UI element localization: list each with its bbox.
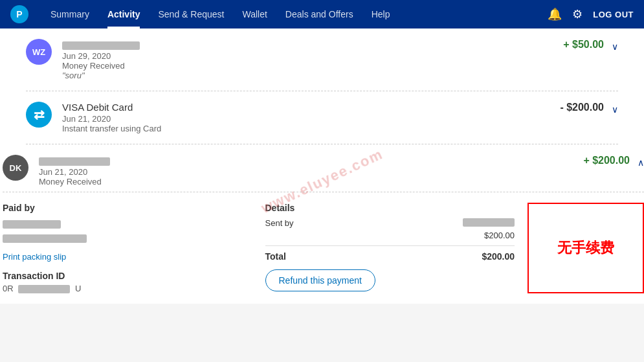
transaction-id-label: Transaction ID bbox=[3, 271, 252, 281]
fee-box: 无手续费 bbox=[527, 203, 644, 293]
transaction-item: WZ Jun 29, 2020 Money Received "soru" + … bbox=[26, 28, 618, 91]
name-blurred bbox=[62, 41, 140, 50]
nav-help[interactable]: Help bbox=[362, 0, 399, 28]
chevron-down-icon-wz[interactable]: ∨ bbox=[612, 41, 618, 52]
nav-send-request[interactable]: Send & Request bbox=[149, 0, 233, 28]
paid-by-name-row bbox=[3, 218, 252, 230]
avatar-visa: ⇄ bbox=[26, 102, 52, 128]
nav-right: 🔔 ⚙ LOG OUT bbox=[548, 7, 634, 21]
expanded-section: DK Jun 21, 2020 Money Received + $200.00… bbox=[0, 144, 644, 304]
print-packing-slip-link[interactable]: Print packing slip bbox=[3, 252, 252, 262]
transaction-id-blurred bbox=[18, 285, 70, 293]
detail-amount: $200.00 bbox=[484, 231, 515, 240]
tx-date-visa: Jun 21, 2020 bbox=[62, 114, 560, 124]
nav-links: Summary Activity Send & Request Wallet D… bbox=[41, 0, 548, 28]
tx-name-wz bbox=[62, 39, 563, 50]
expanded-right: Details Sent by $200.00 Total $200.00 Re… bbox=[265, 203, 515, 293]
main-content: WZ Jun 29, 2020 Money Received "soru" + … bbox=[0, 28, 644, 144]
bell-icon[interactable]: 🔔 bbox=[548, 7, 562, 21]
chevron-down-icon-visa[interactable]: ∨ bbox=[612, 104, 618, 115]
tx-amount-wz: + $50.00 bbox=[563, 39, 604, 51]
total-row: Total $200.00 bbox=[265, 251, 515, 262]
nav-activity[interactable]: Activity bbox=[98, 0, 150, 28]
transaction-id-value: 0R U bbox=[3, 284, 252, 293]
divider bbox=[265, 245, 515, 246]
gear-icon[interactable]: ⚙ bbox=[572, 7, 583, 21]
nav-deals-offers[interactable]: Deals and Offers bbox=[276, 0, 362, 28]
expanded-tx-amount: + $200.00 bbox=[583, 155, 630, 166]
logout-button[interactable]: LOG OUT bbox=[593, 10, 634, 19]
tx-info-wz: Jun 29, 2020 Money Received "soru" bbox=[62, 39, 563, 80]
tx-desc-visa: Instant transfer using Card bbox=[62, 124, 560, 133]
avatar-dk: DK bbox=[3, 155, 28, 181]
nav-summary[interactable]: Summary bbox=[41, 0, 98, 28]
expanded-tx-desc: Money Received bbox=[39, 177, 583, 187]
tx-amount-visa: - $200.00 bbox=[560, 102, 604, 113]
transaction-item-visa: ⇄ VISA Debit Card Jun 21, 2020 Instant t… bbox=[26, 91, 618, 144]
avatar-wz: WZ bbox=[26, 39, 52, 65]
paypal-logo: P bbox=[10, 5, 28, 23]
paid-by-label: Paid by bbox=[3, 203, 252, 213]
expanded-body: Paid by Print packing slip Transaction I… bbox=[3, 192, 644, 304]
sent-by-row: Sent by bbox=[265, 218, 515, 228]
expanded-tx-date: Jun 21, 2020 bbox=[39, 167, 583, 177]
chevron-up-icon[interactable]: ∧ bbox=[638, 157, 644, 168]
sent-by-label: Sent by bbox=[265, 218, 294, 228]
total-label: Total bbox=[265, 251, 286, 262]
total-amount: $200.00 bbox=[482, 251, 515, 262]
expanded-left: Paid by Print packing slip Transaction I… bbox=[3, 203, 252, 293]
expanded-tx-name bbox=[39, 155, 583, 166]
paid-by-field-row bbox=[3, 232, 252, 244]
tx-date-wz: Jun 29, 2020 bbox=[62, 51, 563, 61]
detail-amount-row: $200.00 bbox=[265, 231, 515, 240]
svg-text:P: P bbox=[16, 9, 22, 19]
details-label: Details bbox=[265, 203, 515, 213]
fee-text: 无手续费 bbox=[557, 238, 614, 258]
paid-by-field-blurred bbox=[3, 234, 87, 243]
sent-by-name-blurred bbox=[463, 218, 515, 227]
expanded-name-blurred bbox=[39, 157, 110, 166]
expanded-header: DK Jun 21, 2020 Money Received + $200.00… bbox=[3, 144, 644, 192]
navigation: P Summary Activity Send & Request Wallet… bbox=[0, 0, 644, 28]
tx-info-visa: VISA Debit Card Jun 21, 2020 Instant tra… bbox=[62, 102, 560, 133]
expanded-tx-info: Jun 21, 2020 Money Received bbox=[39, 155, 583, 187]
tx-desc-wz: Money Received bbox=[62, 61, 563, 71]
tx-note-wz: "soru" bbox=[62, 71, 563, 80]
tx-name-visa: VISA Debit Card bbox=[62, 102, 560, 113]
nav-wallet[interactable]: Wallet bbox=[233, 0, 276, 28]
refund-button[interactable]: Refund this payment bbox=[265, 269, 375, 291]
paid-by-name-blurred bbox=[3, 220, 61, 229]
